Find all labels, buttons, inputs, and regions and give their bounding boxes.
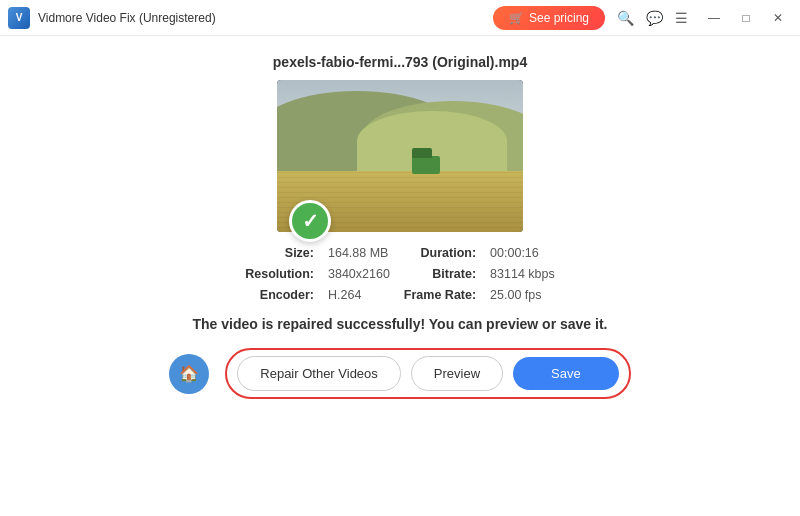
window-controls: — □ ✕ xyxy=(700,4,792,32)
preview-button[interactable]: Preview xyxy=(411,356,503,391)
action-bar: Repair Other Videos Preview Save xyxy=(225,348,630,399)
resolution-label: Resolution: xyxy=(245,267,314,281)
app-logo: V xyxy=(8,7,30,29)
search-icon[interactable]: 🔍 xyxy=(617,10,634,26)
hills-bg xyxy=(277,95,523,171)
action-bar-wrapper: 🏠 Repair Other Videos Preview Save xyxy=(169,348,630,399)
maximize-button[interactable]: □ xyxy=(732,4,760,32)
framerate-label: Frame Rate: xyxy=(404,288,476,302)
success-message: The video is repaired successfully! You … xyxy=(193,316,608,332)
bitrate-value: 83114 kbps xyxy=(490,267,555,281)
home-icon: 🏠 xyxy=(179,364,199,383)
home-button[interactable]: 🏠 xyxy=(169,354,209,394)
chat-icon[interactable]: 💬 xyxy=(646,10,663,26)
success-badge: ✓ xyxy=(289,200,331,242)
cart-icon: 🛒 xyxy=(509,11,524,25)
size-label: Size: xyxy=(245,246,314,260)
app-title: Vidmore Video Fix (Unregistered) xyxy=(38,11,216,25)
main-content: pexels-fabio-fermi...793 (Original).mp4 … xyxy=(0,36,800,516)
title-bar-icons: 🔍 💬 ☰ xyxy=(617,10,688,26)
repair-other-button[interactable]: Repair Other Videos xyxy=(237,356,401,391)
pricing-button[interactable]: 🛒 See pricing xyxy=(493,6,605,30)
encoder-value: H.264 xyxy=(328,288,390,302)
bitrate-label: Bitrate: xyxy=(404,267,476,281)
resolution-value: 3840x2160 xyxy=(328,267,390,281)
duration-label: Duration: xyxy=(404,246,476,260)
encoder-label: Encoder: xyxy=(245,288,314,302)
title-bar: V Vidmore Video Fix (Unregistered) 🛒 See… xyxy=(0,0,800,36)
video-filename: pexels-fabio-fermi...793 (Original).mp4 xyxy=(273,54,527,70)
close-button[interactable]: ✕ xyxy=(764,4,792,32)
framerate-value: 25.00 fps xyxy=(490,288,555,302)
video-preview-container: ✓ xyxy=(277,80,523,232)
title-bar-left: V Vidmore Video Fix (Unregistered) xyxy=(8,7,216,29)
duration-value: 00:00:16 xyxy=(490,246,555,260)
harvester xyxy=(412,156,440,174)
size-value: 164.88 MB xyxy=(328,246,390,260)
menu-icon[interactable]: ☰ xyxy=(675,10,688,26)
pricing-label: See pricing xyxy=(529,11,589,25)
minimize-button[interactable]: — xyxy=(700,4,728,32)
save-button[interactable]: Save xyxy=(513,357,619,390)
video-info-grid: Size: 164.88 MB Duration: 00:00:16 Resol… xyxy=(245,246,555,302)
